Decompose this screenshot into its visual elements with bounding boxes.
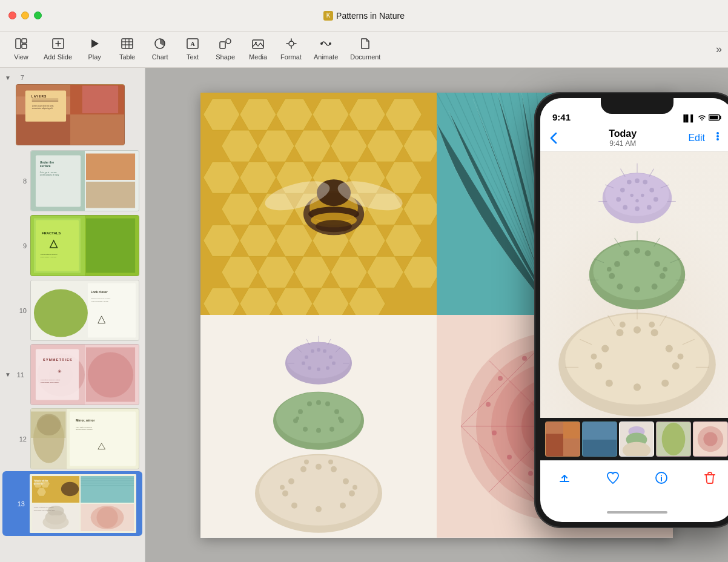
svg-text:consectetur adipiscing elit.: consectetur adipiscing elit. <box>32 107 53 110</box>
slide-thumbnail-9: FRACTALS Fractal patterns repeat at many… <box>30 215 139 276</box>
format-button[interactable]: Format <box>276 35 306 65</box>
svg-point-155 <box>329 355 333 359</box>
svg-point-292 <box>649 322 655 328</box>
svg-point-236 <box>620 188 625 193</box>
edit-button[interactable]: Edit <box>688 133 705 144</box>
add-slide-icon <box>52 38 64 51</box>
document-button[interactable]: Document <box>345 35 385 65</box>
svg-text:SYMMETRIES: SYMMETRIES <box>43 358 73 362</box>
share-button[interactable] <box>551 464 578 491</box>
filmstrip-thumb-2[interactable] <box>582 422 617 457</box>
chart-button[interactable]: Chart <box>145 35 175 65</box>
play-label: Play <box>88 53 101 61</box>
text-button[interactable]: A Text <box>177 35 208 65</box>
slide-item-13[interactable]: 13 <box>2 471 142 536</box>
svg-point-166 <box>325 402 330 406</box>
delete-button[interactable] <box>697 464 723 491</box>
svg-point-187 <box>280 485 285 490</box>
svg-point-186 <box>316 506 322 512</box>
svg-text:on the outskirts of many: on the outskirts of many <box>40 174 59 176</box>
add-slide-button[interactable]: Add Slide <box>39 35 77 65</box>
iphone-main-photo[interactable] <box>540 151 728 418</box>
svg-text:patterns?: patterns? <box>34 482 45 485</box>
filmstrip-thumb-1[interactable] <box>545 422 580 457</box>
svg-point-214 <box>528 471 533 476</box>
svg-point-167 <box>334 409 339 414</box>
toolbar: View Add Slide Play <box>0 31 728 68</box>
slide-group-7: ▼ 7 LAYERS <box>0 73 145 147</box>
slide-item-7[interactable]: LAYERS Lorem ipsum dolor sit amet, conse… <box>0 82 145 147</box>
svg-point-171 <box>329 427 334 432</box>
format-icon <box>285 38 297 51</box>
svg-point-291 <box>620 322 626 328</box>
table-label: Table <box>119 53 135 61</box>
back-button[interactable] <box>550 132 557 144</box>
format-label: Format <box>280 53 302 61</box>
svg-point-218 <box>498 376 503 381</box>
svg-point-245 <box>635 207 640 211</box>
table-button[interactable]: Table <box>112 35 142 65</box>
svg-rect-298 <box>583 440 617 456</box>
window-title: K Patterns in Nature <box>323 11 405 21</box>
filmstrip-thumb-3[interactable] <box>619 422 654 457</box>
info-button[interactable] <box>648 464 675 491</box>
shape-button[interactable]: Shape <box>210 35 240 65</box>
svg-point-163 <box>298 409 303 414</box>
filmstrip-thumb-5[interactable] <box>693 422 728 457</box>
shape-label: Shape <box>216 53 235 61</box>
svg-rect-67 <box>36 349 79 400</box>
group-header-7[interactable]: ▼ 7 <box>0 73 145 82</box>
svg-text:Under the: Under the <box>40 161 54 164</box>
svg-point-180 <box>331 466 337 472</box>
svg-point-160 <box>317 368 320 371</box>
more-button[interactable]: » <box>716 43 722 56</box>
view-label: View <box>14 53 28 61</box>
close-button[interactable] <box>8 12 16 19</box>
svg-point-288 <box>634 383 641 391</box>
cell-honeybee[interactable] <box>200 93 437 316</box>
svg-point-248 <box>635 199 639 203</box>
signal-icon: ▐▌▌ <box>681 114 695 122</box>
svg-point-241 <box>654 197 658 202</box>
play-button[interactable]: Play <box>79 35 110 65</box>
svg-point-219 <box>522 356 527 361</box>
svg-point-259 <box>623 250 629 256</box>
svg-text:If you look closely, you will: If you look closely, you will <box>91 300 108 302</box>
media-button[interactable]: Media <box>243 35 273 65</box>
filmstrip-thumb-4[interactable] <box>656 422 691 457</box>
slide-item-12[interactable]: 12 Mirror, mirror Many plants and severa… <box>0 406 145 471</box>
svg-rect-45 <box>86 154 135 180</box>
group-header-11[interactable]: ▼ 11 SYMMETRIES ✳ Symmetries abound in n… <box>0 343 145 406</box>
svg-text:FRACTALS: FRACTALS <box>42 231 61 235</box>
svg-point-86 <box>61 482 79 496</box>
favorite-button[interactable] <box>600 464 626 491</box>
svg-point-188 <box>352 485 357 490</box>
svg-point-25 <box>329 42 331 45</box>
slide-item-9[interactable]: 9 FRACTALS Fractal patterns repeat at ma… <box>0 213 145 278</box>
cell-sea-urchins-light[interactable] <box>200 315 437 538</box>
view-button[interactable]: View <box>6 35 36 65</box>
svg-point-307 <box>703 432 717 446</box>
svg-rect-0 <box>16 39 21 48</box>
maximize-button[interactable] <box>34 12 42 19</box>
svg-point-16 <box>226 39 231 44</box>
more-options-button[interactable] <box>711 130 724 147</box>
svg-text:LAYERS: LAYERS <box>31 95 47 98</box>
document-label: Document <box>350 53 380 61</box>
animate-button[interactable]: Animate <box>309 35 343 65</box>
svg-rect-7 <box>122 39 133 48</box>
svg-text:Fractal patterns repeat at: Fractal patterns repeat at <box>41 254 58 256</box>
svg-text:Symmetries abound in nature.: Symmetries abound in nature. <box>41 379 61 381</box>
minimize-button[interactable] <box>21 12 29 19</box>
svg-point-304 <box>662 423 686 455</box>
text-icon: A <box>187 38 199 51</box>
photo-time: 9:41 AM <box>609 139 637 148</box>
svg-point-154 <box>323 349 326 353</box>
slide-number-11: 11 <box>13 371 24 379</box>
svg-text:Look closer: Look closer <box>91 291 108 294</box>
svg-text:Many plants and several: Many plants and several <box>76 426 92 428</box>
slide-item-8[interactable]: 8 Under the surface Go to, go to – we ar… <box>0 148 145 213</box>
svg-point-190 <box>328 460 333 464</box>
battery-icon <box>709 114 722 122</box>
slide-item-10[interactable]: 10 Look closer Romanesco broccoli is fra… <box>0 278 145 343</box>
